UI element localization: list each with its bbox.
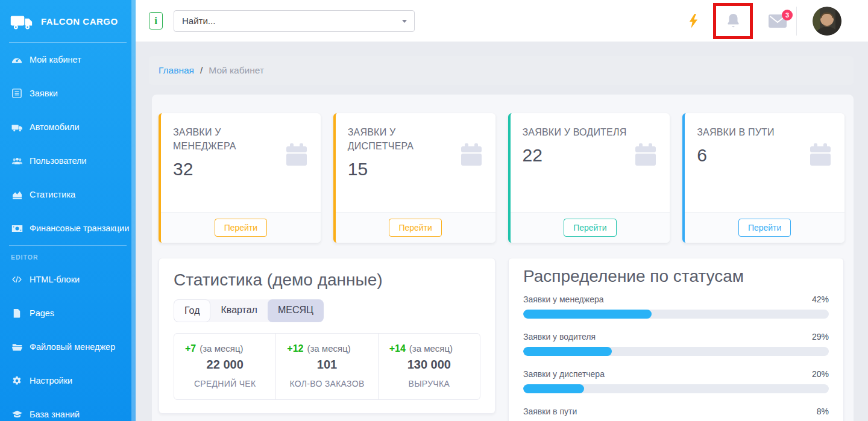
metric-label: СРЕДНИЙ ЧЕК bbox=[185, 379, 265, 388]
sidebar-item-pages[interactable]: Pages bbox=[0, 296, 136, 330]
period-tabs: Год Квартал МЕСЯЦ bbox=[174, 299, 324, 322]
main-content: Главная / Мой кабинет ЗАЯВКИ У МЕНЕДЖЕРА… bbox=[136, 42, 868, 421]
tab-quarter[interactable]: Квартал bbox=[210, 299, 267, 322]
status-percent: 42% bbox=[812, 295, 829, 304]
progress-fill bbox=[523, 310, 652, 319]
sidebar-item-file-manager[interactable]: Файловый менеджер bbox=[0, 330, 136, 364]
card-footer: Перейти bbox=[336, 212, 495, 243]
metric-period: (за месяц) bbox=[409, 343, 453, 354]
sidebar-item-users[interactable]: Пользователи bbox=[0, 144, 136, 178]
status-label: Заявки у менеджера bbox=[523, 295, 604, 304]
tab-year[interactable]: Год bbox=[174, 299, 210, 322]
status-label: Заявки у диспетчера bbox=[523, 369, 605, 379]
dashboard-container: ЗАЯВКИ У МЕНЕДЖЕРА 32 Перейти ЗАЯВКИ У Д… bbox=[152, 95, 854, 421]
metric-revenue: +14(за месяц) 130 000 ВЫРУЧКА bbox=[378, 334, 480, 399]
status-percent: 8% bbox=[817, 407, 829, 416]
topbar-actions: 3 bbox=[688, 3, 841, 39]
status-label: Заявки в пути bbox=[523, 407, 577, 416]
brand[interactable]: FALCON CARGO bbox=[0, 0, 136, 42]
sidebar-item-dashboard[interactable]: Мой кабинет bbox=[0, 43, 136, 76]
list-icon bbox=[11, 89, 23, 98]
sidebar-item-label: Пользователи bbox=[30, 156, 87, 166]
status-row-manager: Заявки у менеджера 42% bbox=[523, 295, 829, 319]
card-requests-driver: ЗАЯВКИ У ВОДИТЕЛЯ 22 Перейти bbox=[508, 113, 670, 243]
truck-icon bbox=[11, 123, 23, 132]
metric-delta: +14 bbox=[389, 343, 406, 354]
sidebar-item-vehicles[interactable]: Автомобили bbox=[0, 110, 136, 144]
dashboard-icon bbox=[11, 55, 23, 64]
go-button[interactable]: Перейти bbox=[564, 219, 616, 237]
sidebar-item-label: Мой кабинет bbox=[30, 55, 81, 64]
breadcrumb-home-link[interactable]: Главная bbox=[159, 65, 194, 76]
tab-month[interactable]: МЕСЯЦ bbox=[268, 299, 324, 322]
card-title: ЗАЯВКИ В ПУТИ bbox=[697, 125, 802, 139]
annotation-highlight bbox=[713, 3, 753, 39]
statistics-panel: Статистика (демо данные) Год Квартал МЕС… bbox=[159, 258, 495, 414]
lightning-icon[interactable] bbox=[688, 14, 699, 28]
status-row-in-transit: Заявки в пути 8% bbox=[523, 407, 829, 421]
status-row-driver: Заявки у водителя 29% bbox=[523, 332, 829, 356]
topbar: i 3 bbox=[136, 0, 868, 42]
metric-order-count: +12(за месяц) 101 КОЛ-ВО ЗАКАЗОВ bbox=[275, 334, 377, 399]
card-title: ЗАЯВКИ У ВОДИТЕЛЯ bbox=[523, 125, 628, 139]
metric-delta: +12 bbox=[287, 343, 303, 354]
status-label: Заявки у водителя bbox=[523, 332, 596, 341]
chevron-down-icon bbox=[402, 20, 407, 23]
sidebar-item-label: Финансовые транзакции bbox=[30, 223, 129, 233]
card-footer: Перейти bbox=[161, 212, 321, 243]
progress-track bbox=[523, 384, 829, 393]
card-title: ЗАЯВКИ У МЕНЕДЖЕРА bbox=[173, 125, 278, 153]
sidebar-item-statistics[interactable]: Статистика bbox=[0, 178, 136, 211]
go-button[interactable]: Перейти bbox=[389, 219, 441, 237]
brand-name: FALCON CARGO bbox=[41, 16, 118, 27]
go-button[interactable]: Перейти bbox=[738, 219, 791, 237]
graduation-cap-icon bbox=[11, 410, 23, 419]
statistics-title: Статистика (демо данные) bbox=[174, 270, 480, 290]
sidebar-item-label: База знаний bbox=[30, 410, 80, 419]
sidebar-section-label: EDITOR bbox=[0, 246, 136, 263]
avatar[interactable] bbox=[813, 7, 841, 36]
search-combobox[interactable] bbox=[174, 10, 415, 32]
sidebar-item-label: Файловый менеджер bbox=[30, 342, 115, 352]
status-row-dispatcher: Заявки у диспетчера 20% bbox=[523, 369, 829, 393]
card-title: ЗАЯВКИ У ДИСПЕТЧЕРА bbox=[348, 125, 453, 153]
sidebar-item-knowledge-base[interactable]: База знаний bbox=[0, 398, 136, 421]
card-requests-manager: ЗАЯВКИ У МЕНЕДЖЕРА 32 Перейти bbox=[159, 113, 321, 243]
chart-area-icon bbox=[11, 190, 23, 199]
sidebar-item-settings[interactable]: Настройки bbox=[0, 364, 136, 398]
metric-period: (за месяц) bbox=[307, 343, 350, 354]
card-footer: Перейти bbox=[511, 212, 670, 243]
topbar-divider bbox=[796, 7, 797, 36]
sidebar-item-label: Pages bbox=[30, 308, 54, 318]
metric-average-check: +7(за месяц) 22 000 СРЕДНИЙ ЧЕК bbox=[174, 334, 275, 399]
sidebar-item-requests[interactable]: Заявки bbox=[0, 76, 136, 110]
sidebar-item-html-blocks[interactable]: HTML-блоки bbox=[0, 263, 136, 296]
go-button[interactable]: Перейти bbox=[215, 219, 267, 237]
sidebar-item-label: Автомобили bbox=[30, 122, 80, 132]
sidebar-item-label: Настройки bbox=[30, 376, 72, 385]
info-button[interactable]: i bbox=[149, 12, 163, 30]
sidebar: FALCON CARGO Мой кабинет Заявки Автомоби bbox=[0, 0, 136, 421]
card-requests-dispatcher: ЗАЯВКИ У ДИСПЕТЧЕРА 15 Перейти bbox=[333, 113, 495, 243]
search-input[interactable] bbox=[174, 10, 415, 32]
bell-icon[interactable] bbox=[726, 13, 740, 29]
card-footer: Перейти bbox=[685, 212, 844, 243]
status-percent: 20% bbox=[812, 369, 829, 379]
sidebar-item-label: HTML-блоки bbox=[30, 275, 80, 284]
calendar-icon bbox=[286, 143, 307, 166]
card-requests-in-transit: ЗАЯВКИ В ПУТИ 6 Перейти bbox=[682, 113, 844, 243]
status-percent: 29% bbox=[812, 332, 829, 341]
money-icon bbox=[11, 225, 23, 232]
breadcrumb: Главная / Мой кабинет bbox=[149, 56, 854, 85]
sidebar-item-label: Статистика bbox=[30, 190, 75, 199]
status-panel-title: Распределение по статусам bbox=[523, 267, 829, 286]
metric-value: 22 000 bbox=[185, 358, 265, 372]
users-icon bbox=[11, 157, 23, 166]
metric-delta: +7 bbox=[185, 343, 196, 354]
metrics-row: +7(за месяц) 22 000 СРЕДНИЙ ЧЕК +12(за м… bbox=[174, 333, 480, 400]
calendar-icon bbox=[635, 143, 656, 166]
progress-track bbox=[523, 347, 829, 356]
sidebar-item-transactions[interactable]: Финансовые транзакции bbox=[0, 211, 136, 245]
page-icon bbox=[11, 308, 23, 318]
mail-button[interactable]: 3 bbox=[769, 14, 787, 28]
